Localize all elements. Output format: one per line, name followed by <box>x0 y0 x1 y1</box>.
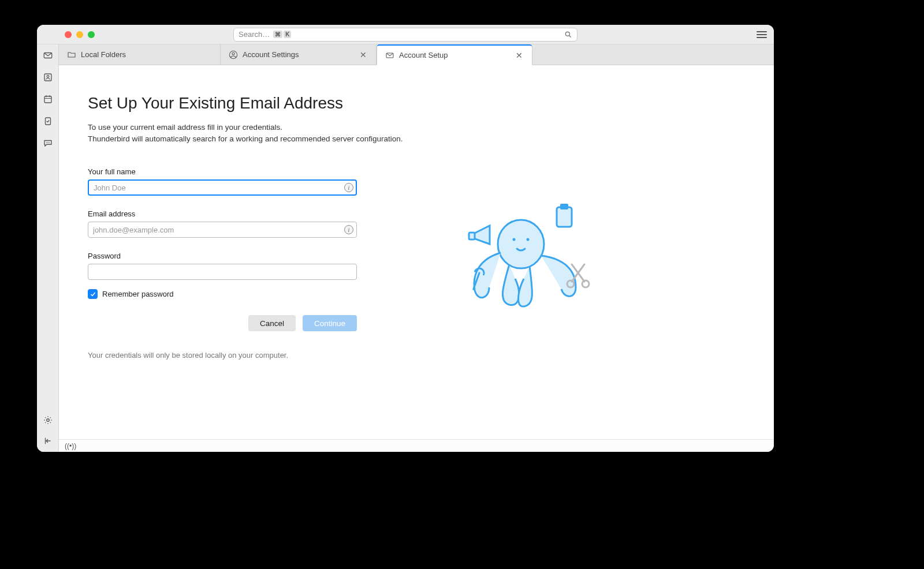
close-tab-icon[interactable]: ✕ <box>359 50 368 59</box>
global-search[interactable]: Search… ⌘K <box>233 28 578 42</box>
info-icon[interactable]: i <box>344 183 353 192</box>
svg-point-9 <box>47 142 49 143</box>
spaces-toolbar <box>37 25 59 452</box>
settings-icon[interactable] <box>43 415 53 425</box>
cancel-button[interactable]: Cancel <box>248 315 296 331</box>
chat-icon[interactable] <box>43 138 53 148</box>
search-icon <box>564 31 572 39</box>
password-input[interactable] <box>88 264 357 280</box>
svg-point-15 <box>232 53 234 55</box>
svg-point-27 <box>582 280 589 287</box>
email-input[interactable] <box>88 222 357 238</box>
tab-account-settings[interactable]: Account Settings ✕ <box>221 44 377 65</box>
app-window: Search… ⌘K Local Folders Account Setting… <box>37 25 774 452</box>
continue-button[interactable]: Continue <box>303 315 357 331</box>
svg-rect-23 <box>560 204 568 209</box>
window-zoom-icon[interactable] <box>88 31 95 38</box>
svg-point-2 <box>47 76 49 78</box>
search-placeholder: Search… <box>239 30 270 39</box>
calendar-icon[interactable] <box>43 94 53 104</box>
tab-local-folders[interactable]: Local Folders <box>59 44 221 65</box>
svg-rect-22 <box>557 207 572 227</box>
online-indicator-icon[interactable]: ((•)) <box>65 442 76 450</box>
svg-point-20 <box>527 238 530 241</box>
mail-setup-icon <box>385 51 394 60</box>
credentials-footnote: Your credentials will only be stored loc… <box>88 351 357 360</box>
titlebar: Search… ⌘K <box>37 25 774 44</box>
svg-point-10 <box>49 142 50 143</box>
window-minimize-icon[interactable] <box>76 31 83 38</box>
tab-label: Local Folders <box>81 50 126 59</box>
window-controls <box>65 31 95 38</box>
status-bar: ((•)) <box>59 439 774 452</box>
folder-icon <box>67 50 76 59</box>
close-tab-icon[interactable]: ✕ <box>515 51 524 60</box>
main-content: Set Up Your Existing Email Address To us… <box>59 65 774 439</box>
svg-line-14 <box>569 35 571 37</box>
svg-point-19 <box>513 238 516 241</box>
remember-password-checkbox[interactable] <box>88 289 98 299</box>
contacts-icon[interactable] <box>43 72 53 83</box>
email-label: Email address <box>88 209 357 218</box>
tab-account-setup[interactable]: Account Setup ✕ <box>377 44 532 65</box>
page-heading: Set Up Your Existing Email Address <box>88 94 665 113</box>
svg-point-13 <box>565 32 569 36</box>
account-form: Your full name i Email address i Passwor… <box>88 167 357 360</box>
svg-rect-3 <box>44 96 51 103</box>
full-name-label: Your full name <box>88 167 357 176</box>
tab-label: Account Setup <box>399 51 448 59</box>
svg-point-8 <box>46 142 47 143</box>
tab-bar: Local Folders Account Settings ✕ Account… <box>37 44 774 65</box>
svg-rect-21 <box>469 233 475 239</box>
window-close-icon[interactable] <box>65 31 72 38</box>
remember-password-label: Remember password <box>102 290 174 298</box>
collapse-sidebar-icon[interactable] <box>43 436 53 446</box>
tab-label: Account Settings <box>243 50 299 59</box>
search-shortcut: ⌘K <box>273 31 291 38</box>
full-name-input[interactable] <box>88 179 357 196</box>
account-icon <box>229 50 238 59</box>
mail-icon[interactable] <box>43 50 53 61</box>
info-icon[interactable]: i <box>344 225 353 234</box>
page-description: To use your current email address fill i… <box>88 122 457 144</box>
app-menu-icon[interactable] <box>757 31 767 38</box>
tasks-icon[interactable] <box>43 116 53 126</box>
password-label: Password <box>88 252 357 260</box>
svg-point-11 <box>46 419 49 422</box>
svg-point-18 <box>498 220 544 268</box>
octopus-illustration: .l{fill:none;stroke:#3aa6ef;stroke-width… <box>457 204 596 319</box>
